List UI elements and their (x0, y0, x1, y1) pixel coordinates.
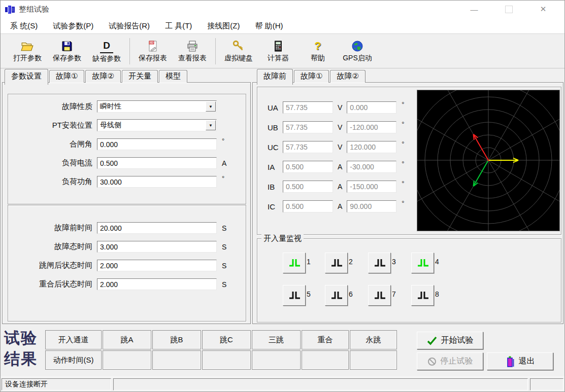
key-icon (232, 40, 245, 53)
ua-degree: ° (402, 100, 404, 108)
left-tab-strip: 参数设置 故障① 故障② 开关量 模型 (5, 70, 188, 83)
ub-magnitude-input[interactable]: 57.735 (283, 121, 333, 133)
binary-input-button[interactable] (368, 253, 391, 273)
binary-input-button[interactable] (283, 285, 306, 306)
chevron-down-icon[interactable]: ▼ (206, 101, 216, 112)
time-param-groupbox: 故障前时间 20.000 S 故障态时间 3.000 S 跳闸后状态时间 2.0… (8, 205, 246, 322)
tab-param-settings[interactable]: 参数设置 (5, 69, 48, 85)
uc-magnitude-input[interactable]: 57.735 (283, 141, 333, 153)
result-value-cell (103, 350, 151, 370)
tab-prefault[interactable]: 故障前 (257, 69, 293, 85)
menu-help[interactable]: 帮 助(H) (249, 19, 288, 33)
ic-unit: A (338, 202, 342, 210)
svg-text:EXL: EXL (150, 42, 154, 44)
open-params-button[interactable]: 打开参数 (8, 37, 47, 66)
binary-input-groupbox: 开入量监视 1 2 3 4 5 6 7 8 (257, 238, 561, 323)
default-params-button[interactable]: D 缺省参数 (87, 37, 126, 66)
tab-model[interactable]: 模型 (159, 70, 187, 83)
binary-input-button[interactable] (411, 253, 434, 273)
postreclose-time-unit: S (222, 280, 226, 289)
ib-angle-input[interactable]: -150.000 (347, 181, 396, 193)
prefault-time-input[interactable]: 20.000 (97, 222, 217, 234)
binary-input-number: 4 (435, 258, 439, 266)
uc-label: UC (268, 143, 280, 152)
save-report-button[interactable]: EXL 保存报表 (133, 37, 173, 66)
close-angle-unit: ° (222, 137, 224, 145)
toolbar-separator (129, 38, 130, 64)
menu-system[interactable]: 系 统(S) (5, 19, 43, 33)
param-settings-page: 故障性质 瞬时性 ▼ PT安装位置 母线侧 ▼ 合闸角 0.000 ° 负荷电流 (2, 82, 251, 324)
pt-position-select[interactable]: 母线侧 ▼ (97, 119, 217, 131)
binary-input-number: 8 (435, 290, 439, 298)
maximize-button[interactable] (497, 1, 520, 18)
calculator-button[interactable]: 计算器 (258, 37, 298, 66)
chevron-down-icon[interactable]: ▼ (206, 120, 216, 130)
question-mark-icon: ? (311, 40, 324, 53)
close-button[interactable]: ✕ (531, 1, 555, 18)
binary-input-number: 1 (307, 258, 311, 266)
tab-fault-1-left[interactable]: 故障① (49, 70, 84, 83)
menu-wiring-diagram[interactable]: 接线图(Z) (202, 19, 245, 33)
load-angle-unit: ° (222, 174, 224, 182)
result-header-cell: 跳B (152, 330, 201, 349)
gps-start-button[interactable]: GPS启动 (338, 37, 377, 66)
default-d-icon: D (100, 39, 113, 53)
ib-magnitude-input[interactable]: 0.500 (283, 181, 333, 193)
close-angle-input[interactable]: 0.000 (97, 138, 217, 150)
postreclose-time-input[interactable]: 2.000 (97, 278, 217, 290)
stop-test-button[interactable]: 停止试验 (417, 352, 483, 370)
fault-nature-select[interactable]: 瞬时性 ▼ (97, 100, 217, 113)
ic-angle-input[interactable]: 90.000 (347, 200, 396, 212)
menu-test-params[interactable]: 试验参数(P) (47, 19, 99, 33)
open-folder-icon (21, 40, 34, 53)
binary-input-button[interactable] (325, 285, 348, 306)
excel-report-icon: EXL (146, 40, 159, 53)
ia-label: IA (268, 163, 280, 171)
uc-angle-input[interactable]: 120.000 (347, 141, 396, 153)
ua-angle-input[interactable]: 0.000 (347, 101, 396, 114)
tab-switch-quantity[interactable]: 开关量 (122, 70, 158, 83)
postreclose-time-label: 重合后状态时间 (11, 279, 92, 289)
binary-input-button[interactable] (411, 285, 434, 306)
result-value-cell (252, 350, 301, 370)
tab-fault-1-right[interactable]: 故障① (294, 70, 329, 83)
uc-degree: ° (402, 140, 404, 148)
tab-fault-2-right[interactable]: 故障② (330, 70, 365, 83)
result-value-cell (302, 350, 349, 370)
binary-input-button[interactable] (283, 253, 306, 273)
ia-magnitude-input[interactable]: 0.500 (283, 161, 333, 173)
ua-magnitude-input[interactable]: 57.735 (283, 101, 333, 114)
tab-fault-2-left[interactable]: 故障② (85, 70, 120, 83)
load-angle-input[interactable]: 30.000 (97, 176, 217, 188)
ic-degree: ° (402, 199, 404, 207)
save-params-button[interactable]: 保存参数 (47, 37, 87, 66)
fault-time-input[interactable]: 3.000 (97, 241, 217, 253)
menu-test-report[interactable]: 试验报告(R) (103, 19, 155, 33)
ua-label: UA (268, 103, 280, 112)
prefault-page: UA 57.735 V 0.000 ° UB 57.735 V -120.000… (252, 82, 563, 324)
load-current-input[interactable]: 0.500 (97, 157, 217, 169)
view-report-button[interactable]: 查看报表 (173, 37, 212, 66)
fault-time-label: 故障态时间 (11, 242, 92, 252)
globe-icon (351, 40, 364, 53)
help-button[interactable]: ? 帮助 (298, 37, 338, 66)
ia-angle-input[interactable]: -30.000 (347, 161, 396, 173)
title-bar: 整组试验 — ✕ (1, 1, 564, 19)
start-test-button[interactable]: 开始试验 (417, 332, 483, 349)
virtual-keyboard-button[interactable]: 虚拟键盘 (219, 37, 258, 66)
load-angle-label: 负荷功角 (11, 177, 92, 187)
exit-button[interactable]: 退出 (487, 352, 553, 370)
binary-input-button[interactable] (368, 285, 391, 306)
posttrip-time-label: 跳闸后状态时间 (11, 261, 92, 270)
maximize-icon (505, 6, 513, 13)
minimize-button[interactable]: — (462, 1, 486, 18)
binary-input-button[interactable] (325, 253, 348, 273)
ub-angle-input[interactable]: -120.000 (347, 121, 396, 133)
ic-magnitude-input[interactable]: 0.500 (283, 200, 333, 212)
posttrip-time-input[interactable]: 2.000 (97, 260, 217, 271)
result-header-cell: 跳C (202, 330, 251, 349)
ib-unit: A (338, 183, 342, 191)
ic-label: IC (268, 202, 280, 211)
status-extra (530, 378, 563, 390)
menu-tools[interactable]: 工 具(T) (159, 19, 197, 33)
